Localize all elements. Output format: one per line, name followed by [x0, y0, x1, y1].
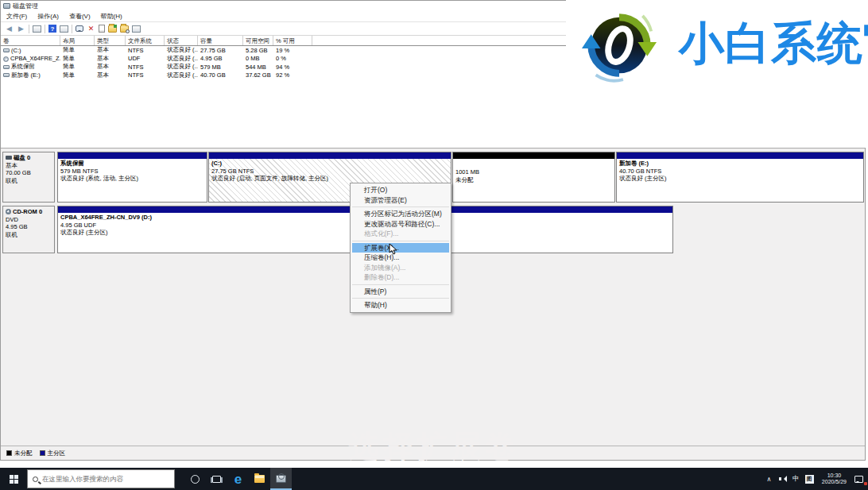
column-header-pct-free[interactable]: % 可用 [273, 36, 312, 45]
volume-free: 5.28 GB [243, 47, 273, 54]
column-header-status[interactable]: 状态 [165, 36, 198, 45]
brand-watermark: 小白系统官 [566, 0, 868, 148]
unallocated-partition-bar [453, 152, 614, 159]
legend-primary-label: 主分区 [48, 449, 66, 457]
volume-layout: 简单 [60, 46, 95, 54]
volume-capacity: 4.95 GB [198, 55, 243, 62]
volume-pct: 92 % [273, 71, 312, 79]
column-header-type[interactable]: 类型 [95, 36, 126, 45]
menu-action[interactable]: 操作(A) [37, 12, 59, 21]
back-icon[interactable]: ◀ [5, 24, 14, 33]
volume-type: 基本 [95, 46, 126, 54]
disk-management-taskbar-button[interactable] [270, 468, 292, 490]
console-window-icon[interactable] [60, 25, 68, 33]
action-bubble-icon[interactable] [76, 25, 83, 32]
volume-status: 状态良好 (... [165, 71, 198, 79]
context-menu: 打开(O) 资源管理器(E) 将分区标记为活动分区(M) 更改驱动器号和路径(C… [350, 183, 451, 313]
toolbar-separator [45, 25, 45, 33]
menu-file[interactable]: 文件(F) [6, 12, 27, 21]
folder-explore-icon[interactable] [120, 25, 129, 33]
clock-time: 10:30 [822, 473, 847, 480]
menu-item-extend-volume[interactable]: 扩展卷(X)... [352, 243, 449, 253]
menu-item-mark-active[interactable]: 将分区标记为活动分区(M) [351, 209, 451, 219]
taskbar-clock[interactable]: 10:30 2020/5/29 [817, 473, 851, 486]
cd-icon [3, 56, 9, 62]
partition-status: 未分配 [455, 176, 612, 184]
volume-layout: 简单 [60, 63, 95, 71]
menu-view[interactable]: 查看(V) [69, 12, 91, 21]
column-header-layout[interactable]: 布局 [60, 36, 95, 45]
cdrom-0-row: CD-ROM 0 DVD 4.95 GB 联机 CPBA_X64FRE_ZH-C… [2, 206, 673, 253]
taskbar: e ∧ 中 图 10:30 2020/5/29 [0, 468, 868, 490]
volume-fs: NTFS [126, 47, 165, 54]
menu-item-delete-volume: 删除卷(D)... [351, 272, 451, 283]
menu-item-properties[interactable]: 属性(P) [351, 287, 451, 297]
ime-mode-indicator[interactable]: 中 [790, 468, 802, 490]
drive-icon [3, 48, 10, 52]
task-view-button[interactable] [206, 468, 227, 490]
legend: 未分配 主分区 [1, 446, 865, 460]
column-header-capacity[interactable]: 容量 [198, 36, 243, 45]
volume-layout: 简单 [60, 55, 95, 63]
column-header-filesystem[interactable]: 文件系统 [126, 36, 165, 45]
volume-type: 基本 [95, 55, 126, 63]
volume-pct: 0 % [273, 55, 312, 62]
taskbar-search[interactable] [27, 469, 175, 488]
console-tree-icon[interactable] [33, 25, 41, 33]
app-icon [3, 3, 10, 9]
menu-item-help[interactable]: 帮助(H) [351, 300, 451, 311]
legend-unallocated-label: 未分配 [14, 449, 33, 457]
disk-size: 70.00 GB [6, 169, 52, 177]
partition-name: (C:) [211, 160, 448, 168]
file-explorer-icon [254, 475, 265, 483]
column-header-volume[interactable]: 卷 [1, 36, 60, 45]
column-header-free[interactable]: 可用空间 [243, 36, 273, 45]
toolbar-separator [72, 25, 72, 33]
panel-icon[interactable] [132, 25, 141, 33]
partition-detail: 40.70 GB NTFS [619, 168, 861, 176]
menu-item-change-drive-letter[interactable]: 更改驱动器号和路径(C)... [351, 219, 451, 230]
partition-unallocated[interactable]: 1001 MB 未分配 [452, 152, 615, 203]
disk-status: 联机 [6, 231, 52, 239]
menu-item-add-mirror: 添加镜像(A)... [351, 263, 451, 273]
edge-button[interactable]: e [227, 468, 249, 490]
volume-status: 状态良好 (... [165, 55, 198, 63]
primary-partition-bar [617, 152, 863, 159]
help-icon[interactable]: ? [48, 25, 56, 33]
volume-name: CPBA_X64FRE_Z... [10, 55, 60, 62]
partition-e[interactable]: 新加卷 (E:) 40.70 GB NTFS 状态良好 (主分区) [616, 152, 864, 203]
delete-volume-icon[interactable]: ✕ [87, 24, 95, 33]
folder-open-icon[interactable] [108, 25, 117, 33]
action-center-button[interactable] [853, 468, 865, 490]
file-explorer-button[interactable] [249, 468, 270, 490]
menu-help[interactable]: 帮助(H) [101, 12, 122, 21]
volume-fs: NTFS [126, 71, 165, 79]
volume-status: 状态良好 (... [165, 46, 198, 54]
menu-separator [352, 284, 449, 285]
ime-language-icon[interactable]: 图 [804, 468, 816, 490]
menu-item-explorer[interactable]: 资源管理器(E) [351, 195, 451, 206]
partition-system-reserved[interactable]: 系统保留 579 MB NTFS 状态良好 (系统, 活动, 主分区) [57, 152, 207, 203]
partition-status: 状态良好 (主分区) [619, 175, 861, 183]
forward-icon[interactable]: ▶ [17, 24, 25, 33]
start-button[interactable] [0, 468, 27, 490]
search-input[interactable] [42, 475, 161, 483]
disk-type: DVD [6, 216, 52, 224]
tray-expand-chevron[interactable]: ∧ [763, 468, 775, 490]
brand-logo-icon [580, 8, 658, 86]
disk-management-icon [276, 475, 286, 483]
disk-0-label[interactable]: 磁盘 0 基本 70.00 GB 联机 [2, 152, 55, 203]
volume-muted-icon[interactable] [777, 468, 789, 490]
windows-logo-icon [10, 475, 18, 484]
cdrom-0-label[interactable]: CD-ROM 0 DVD 4.95 GB 联机 [2, 206, 55, 253]
disk-icon [6, 156, 12, 160]
cortana-button[interactable] [184, 468, 206, 490]
menu-item-shrink-volume[interactable]: 压缩卷(H)... [351, 253, 451, 263]
volume-free: 544 MB [243, 64, 273, 71]
volume-fs: NTFS [126, 64, 165, 71]
volume-layout: 简单 [60, 71, 95, 79]
partition-detail: 1001 MB [455, 168, 612, 176]
properties-doc-icon[interactable] [99, 25, 105, 33]
menu-item-open[interactable]: 打开(O) [351, 185, 451, 195]
window-title: 磁盘管理 [13, 2, 38, 10]
